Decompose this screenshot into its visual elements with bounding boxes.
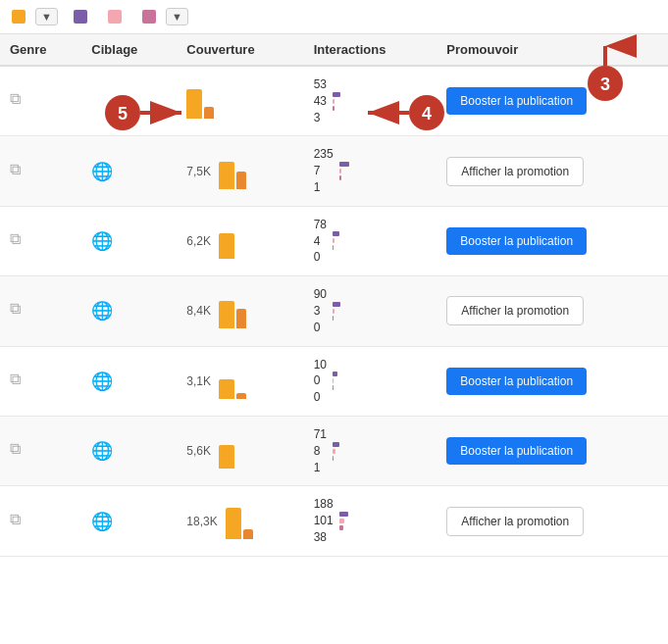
comments-bar xyxy=(333,99,334,104)
coverage-bars xyxy=(219,293,246,328)
genre-cell: ⧉ xyxy=(0,206,81,275)
promouvoir-cell: Booster la publication xyxy=(437,346,668,416)
header-row: Genre Ciblage Couverture Interactions Pr… xyxy=(0,34,668,66)
show-promotion-button[interactable]: Afficher la promotion xyxy=(446,157,584,186)
boost-button[interactable]: Booster la publication xyxy=(446,227,587,255)
coverage-value: 6,2K xyxy=(186,234,211,248)
table-row: ⧉🌐5,6K 71 8 1 Booster la publication xyxy=(0,416,668,485)
promouvoir-cell: Booster la publication xyxy=(437,416,668,485)
ciblage-cell: 🌐 xyxy=(81,206,177,275)
promouvoir-cell: Booster la publication xyxy=(437,66,668,136)
reactions-count: 10 xyxy=(314,357,327,373)
copy-icon[interactable]: ⧉ xyxy=(10,230,31,252)
bar-organic xyxy=(219,379,234,399)
promouvoir-cell: Afficher la promotion xyxy=(437,486,668,556)
shares-count: 1 xyxy=(314,179,334,196)
boost-button[interactable]: Booster la publication xyxy=(446,87,587,115)
interactions-cell: 10 0 0 xyxy=(304,346,437,416)
interactions-numbers: 235 7 1 xyxy=(314,146,334,195)
couverture-cell: 3,1K xyxy=(177,346,303,416)
comments-bar xyxy=(333,238,334,243)
interactions-content: 71 8 1 xyxy=(314,426,428,475)
legend-bar: ▼ ▼ xyxy=(0,0,668,34)
show-promotion-button[interactable]: Afficher la promotion xyxy=(446,296,584,325)
bar-organic xyxy=(219,162,234,189)
interactions-content: 78 4 0 xyxy=(314,217,428,266)
show-promotion-button[interactable]: Afficher la promotion xyxy=(446,507,584,536)
bar-paid xyxy=(236,393,246,399)
interactions-bar-chart xyxy=(339,512,348,530)
reactions-bar xyxy=(333,442,339,447)
ciblage-cell xyxy=(81,66,177,136)
comments-bar xyxy=(339,519,344,523)
coverage-bars xyxy=(219,223,234,259)
interactions-content: 90 3 0 xyxy=(314,286,428,335)
coverage-value: 5,6K xyxy=(186,444,211,458)
shares-bar xyxy=(333,385,334,390)
bar-paid xyxy=(236,309,246,328)
reactions-count: 71 xyxy=(314,426,327,443)
table-header: Genre Ciblage Couverture Interactions Pr… xyxy=(0,34,668,66)
reactions-count: 78 xyxy=(314,217,327,233)
bar-organic xyxy=(226,508,241,539)
boost-button[interactable]: Booster la publication xyxy=(446,368,587,395)
table-row: ⧉🌐3,1K 10 0 0 Booster la publication xyxy=(0,346,668,416)
legend-shares: ▼ xyxy=(142,8,188,25)
reactions-bar xyxy=(339,162,349,167)
couverture-cell: 6,2K xyxy=(177,206,303,275)
col-promouvoir: Promouvoir xyxy=(437,34,668,66)
globe-icon: 🌐 xyxy=(91,230,113,252)
coverage-bars xyxy=(226,504,253,539)
coverage-bars xyxy=(219,433,234,469)
col-ciblage: Ciblage xyxy=(81,34,177,66)
interactions-cell: 78 4 0 xyxy=(304,206,437,275)
shares-bar xyxy=(333,106,334,111)
comments-count: 8 xyxy=(314,443,327,460)
couverture-cell: 5,6K xyxy=(177,416,303,485)
interactions-cell: 90 3 0 xyxy=(304,276,437,346)
shares-count: 3 xyxy=(314,110,327,126)
shares-bar xyxy=(339,175,341,180)
shares-dropdown[interactable]: ▼ xyxy=(166,8,188,25)
boost-button[interactable]: Booster la publication xyxy=(446,437,587,465)
globe-icon: 🌐 xyxy=(91,440,113,462)
comments-count: 101 xyxy=(314,513,334,529)
main-table-container: Genre Ciblage Couverture Interactions Pr… xyxy=(0,34,668,557)
copy-icon[interactable]: ⧉ xyxy=(10,371,31,392)
coverage-value: 8,4K xyxy=(186,304,211,318)
table-row: ⧉🌐6,2K 78 4 0 Booster la publication xyxy=(0,206,668,275)
comments-bar xyxy=(333,378,334,383)
shares-bar xyxy=(333,456,334,461)
coverage-dropdown[interactable]: ▼ xyxy=(35,8,58,25)
copy-icon[interactable]: ⧉ xyxy=(10,90,31,112)
globe-icon: 🌐 xyxy=(91,300,113,322)
interactions-bar-chart xyxy=(339,162,349,180)
reactions-bar xyxy=(333,231,339,236)
comments-color-swatch xyxy=(108,10,122,24)
ciblage-cell: 🌐 xyxy=(81,276,177,346)
copy-icon[interactable]: ⧉ xyxy=(10,300,31,322)
table-body: ⧉ 53 43 3 Booster la publication⧉🌐7,5K 2… xyxy=(0,66,668,556)
shares-count: 0 xyxy=(314,389,327,406)
copy-icon[interactable]: ⧉ xyxy=(10,440,31,462)
interactions-content: 235 7 1 xyxy=(314,146,428,195)
copy-icon[interactable]: ⧉ xyxy=(10,511,31,532)
copy-icon[interactable]: ⧉ xyxy=(10,161,31,182)
interactions-content: 188 101 38 xyxy=(314,496,428,545)
col-couverture: Couverture xyxy=(177,34,303,66)
interactions-content: 10 0 0 xyxy=(314,357,428,406)
interactions-numbers: 78 4 0 xyxy=(314,217,327,266)
interactions-bar-chart xyxy=(333,442,339,461)
interactions-cell: 53 43 3 xyxy=(304,66,437,136)
table-row: ⧉🌐8,4K 90 3 0 Afficher la promotion xyxy=(0,276,668,346)
globe-icon: 🌐 xyxy=(91,371,113,392)
comments-count: 7 xyxy=(314,163,334,179)
couverture-cell: 8,4K xyxy=(177,276,303,346)
coverage-bars xyxy=(219,154,246,189)
bar-organic xyxy=(186,89,202,119)
interactions-cell: 71 8 1 xyxy=(304,416,437,485)
interactions-bar-chart xyxy=(333,302,340,321)
shares-color-swatch xyxy=(142,10,156,24)
legend-coverage: ▼ xyxy=(12,8,58,25)
reactions-bar xyxy=(333,302,340,307)
